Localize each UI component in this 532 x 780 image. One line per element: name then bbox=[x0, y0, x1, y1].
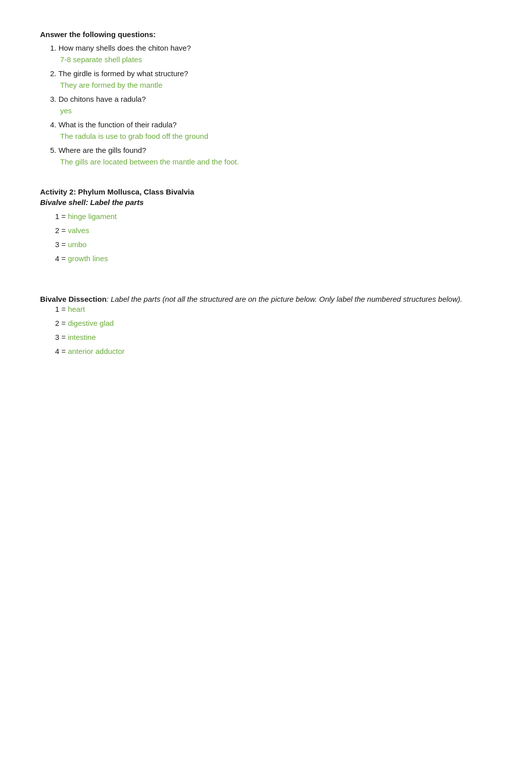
label-answer-3: umbo bbox=[68, 240, 87, 249]
question-item-4: 4. What is the function of their radula?… bbox=[50, 119, 492, 142]
bivalve-shell-label: Bivalve shell bbox=[40, 198, 86, 207]
question-list: 1. How many shells does the chiton have?… bbox=[40, 43, 492, 167]
dissection-description: : Label the parts (not all the structure… bbox=[107, 295, 462, 303]
dissection-number-1: 1 = bbox=[55, 305, 68, 313]
dissection-label-4: 4 = anterior adductor bbox=[55, 345, 492, 357]
activity1-section: Answer the following questions: 1. How m… bbox=[40, 30, 492, 167]
bivalve-shell-italic: : Label the parts bbox=[86, 198, 144, 207]
bivalve-label-list: 1 = hinge ligament 2 = valves 3 = umbo 4… bbox=[40, 211, 492, 265]
question-text-2: 2. The girdle is formed by what structur… bbox=[50, 69, 188, 78]
dissection-title: Bivalve Dissection bbox=[40, 295, 107, 303]
dissection-answer-3: intestine bbox=[68, 333, 96, 341]
question-text-1: 1. How many shells does the chiton have? bbox=[50, 44, 191, 52]
question-text-4: 4. What is the function of their radula? bbox=[50, 120, 177, 129]
question-item-5: 5. Where are the gills found? The gills … bbox=[50, 145, 492, 167]
bivalve-label-1: 1 = hinge ligament bbox=[55, 211, 492, 223]
dissection-label-2: 2 = digestive glad bbox=[55, 317, 492, 329]
label-number-1: 1 = bbox=[55, 212, 68, 221]
bivalve-label-2: 2 = valves bbox=[55, 225, 492, 237]
answer-text-1: 7-8 separate shell plates bbox=[50, 54, 492, 66]
activity1-title: Answer the following questions: bbox=[40, 30, 492, 39]
label-number-4: 4 = bbox=[55, 254, 68, 263]
question-item-2: 2. The girdle is formed by what structur… bbox=[50, 68, 492, 91]
answer-text-4: The radula is use to grab food off the g… bbox=[50, 131, 492, 142]
question-text-5: 5. Where are the gills found? bbox=[50, 146, 146, 154]
dissection-label-list: 1 = heart 2 = digestive glad 3 = intesti… bbox=[40, 303, 492, 357]
answer-text-5: The gills are located between the mantle… bbox=[50, 156, 492, 168]
label-number-2: 2 = bbox=[55, 226, 68, 235]
label-answer-2: valves bbox=[68, 226, 89, 235]
label-answer-4: growth lines bbox=[68, 254, 108, 263]
dissection-label-3: 3 = intestine bbox=[55, 331, 492, 343]
dissection-section: Bivalve Dissection: Label the parts (not… bbox=[40, 295, 492, 357]
dissection-label-1: 1 = heart bbox=[55, 303, 492, 315]
answer-text-3: yes bbox=[50, 105, 492, 117]
bivalve-label-3: 3 = umbo bbox=[55, 239, 492, 251]
answer-text-2: They are formed by the mantle bbox=[50, 80, 492, 91]
activity2-section: Activity 2: Phylum Mollusca, Class Bival… bbox=[40, 187, 492, 265]
question-item-1: 1. How many shells does the chiton have?… bbox=[50, 43, 492, 65]
label-number-3: 3 = bbox=[55, 240, 68, 249]
dissection-header: Bivalve Dissection: Label the parts (not… bbox=[40, 295, 492, 303]
activity2-subtitle: Bivalve shell: Label the parts bbox=[40, 198, 492, 207]
dissection-answer-2: digestive glad bbox=[68, 319, 114, 327]
dissection-number-4: 4 = bbox=[55, 347, 68, 355]
dissection-answer-1: heart bbox=[68, 305, 85, 313]
bivalve-label-4: 4 = growth lines bbox=[55, 253, 492, 265]
dissection-answer-4: anterior adductor bbox=[68, 347, 124, 355]
label-answer-1: hinge ligament bbox=[68, 212, 117, 221]
activity2-title: Activity 2: Phylum Mollusca, Class Bival… bbox=[40, 187, 492, 196]
question-item-3: 3. Do chitons have a radula? yes bbox=[50, 94, 492, 116]
question-text-3: 3. Do chitons have a radula? bbox=[50, 95, 146, 103]
dissection-number-3: 3 = bbox=[55, 333, 68, 341]
dissection-number-2: 2 = bbox=[55, 319, 68, 327]
